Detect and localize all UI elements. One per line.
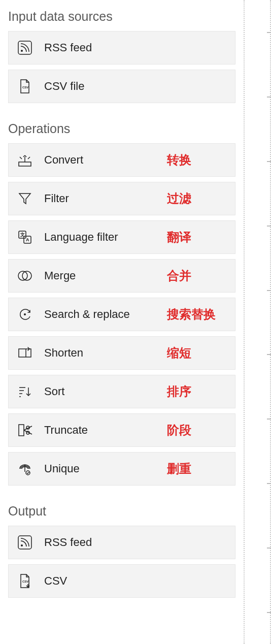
item-csv-output[interactable]: CSV CSV xyxy=(8,564,235,598)
toolbox-panel: Input data sources RSS feed CSV CSV file… xyxy=(0,0,244,598)
section-title-output: Output xyxy=(8,504,235,519)
annotation: 过滤 xyxy=(167,190,191,207)
item-rss-feed-output[interactable]: RSS feed xyxy=(8,526,235,559)
rss-icon xyxy=(15,38,35,58)
shorten-icon xyxy=(15,343,35,363)
annotation: 缩短 xyxy=(167,345,191,361)
svg-rect-17 xyxy=(19,425,24,436)
item-label: RSS feed xyxy=(44,41,92,54)
svg-point-8 xyxy=(18,271,27,280)
svg-rect-3 xyxy=(19,162,31,166)
section-title-operations: Operations xyxy=(8,121,235,136)
item-label: CSV file xyxy=(44,80,84,93)
item-unique[interactable]: Unique 删重 xyxy=(8,452,235,486)
ruler xyxy=(244,0,271,644)
item-label: CSV xyxy=(44,574,67,588)
item-search-replace[interactable]: Search & replace 搜索替换 xyxy=(8,298,235,331)
truncate-icon xyxy=(15,420,35,440)
item-label: Shorten xyxy=(44,346,83,360)
svg-point-1 xyxy=(21,50,23,52)
rss-icon xyxy=(15,532,35,553)
sort-icon xyxy=(15,381,35,402)
svg-text:文: 文 xyxy=(20,232,25,237)
search-replace-icon xyxy=(15,304,35,325)
annotation: 搜索替换 xyxy=(167,306,216,323)
annotation: 排序 xyxy=(167,383,191,400)
item-language-filter[interactable]: 文A Language filter 翻译 xyxy=(8,220,235,254)
item-label: Truncate xyxy=(44,424,88,437)
annotation: 转换 xyxy=(167,152,191,168)
svg-line-21 xyxy=(24,430,32,434)
section-input: Input data sources RSS feed CSV CSV file xyxy=(8,9,235,103)
section-output: Output RSS feed CSV CSV xyxy=(8,504,235,598)
item-label: Sort xyxy=(44,385,64,398)
svg-text:CSV: CSV xyxy=(22,86,28,89)
section-title-input: Input data sources xyxy=(8,9,235,24)
annotation: 阶段 xyxy=(167,422,191,438)
csv-file-icon: CSV xyxy=(15,76,35,96)
convert-icon xyxy=(15,150,35,170)
item-convert[interactable]: Convert 转换 xyxy=(8,143,235,177)
item-label: Search & replace xyxy=(44,308,130,321)
language-filter-icon: 文A xyxy=(15,227,35,247)
item-label: Merge xyxy=(44,269,76,282)
item-label: Language filter xyxy=(44,231,118,244)
svg-rect-11 xyxy=(19,349,31,357)
annotation: 删重 xyxy=(167,461,191,477)
item-merge[interactable]: Merge 合并 xyxy=(8,259,235,293)
item-label: RSS feed xyxy=(44,536,92,549)
item-label: Unique xyxy=(44,462,80,475)
annotation: 翻译 xyxy=(167,229,191,245)
svg-text:A: A xyxy=(26,237,29,242)
item-truncate[interactable]: Truncate 阶段 xyxy=(8,413,235,447)
svg-line-20 xyxy=(24,426,32,430)
item-sort[interactable]: Sort 排序 xyxy=(8,375,235,408)
merge-icon xyxy=(15,266,35,286)
filter-icon xyxy=(15,188,35,209)
csv-download-icon: CSV xyxy=(15,571,35,591)
svg-text:CSV: CSV xyxy=(22,580,28,583)
item-shorten[interactable]: Shorten 缩短 xyxy=(8,336,235,370)
annotation: 合并 xyxy=(167,268,191,284)
section-operations: Operations Convert 转换 Filter 过滤 文A Langu… xyxy=(8,121,235,486)
item-label: Convert xyxy=(44,153,83,167)
svg-point-24 xyxy=(21,544,23,546)
item-filter[interactable]: Filter 过滤 xyxy=(8,182,235,215)
svg-point-10 xyxy=(24,313,26,315)
svg-point-9 xyxy=(22,271,31,280)
unique-icon xyxy=(15,459,35,479)
item-label: Filter xyxy=(44,192,69,205)
item-csv-file-input[interactable]: CSV CSV file xyxy=(8,70,235,103)
item-rss-feed-input[interactable]: RSS feed xyxy=(8,31,235,65)
